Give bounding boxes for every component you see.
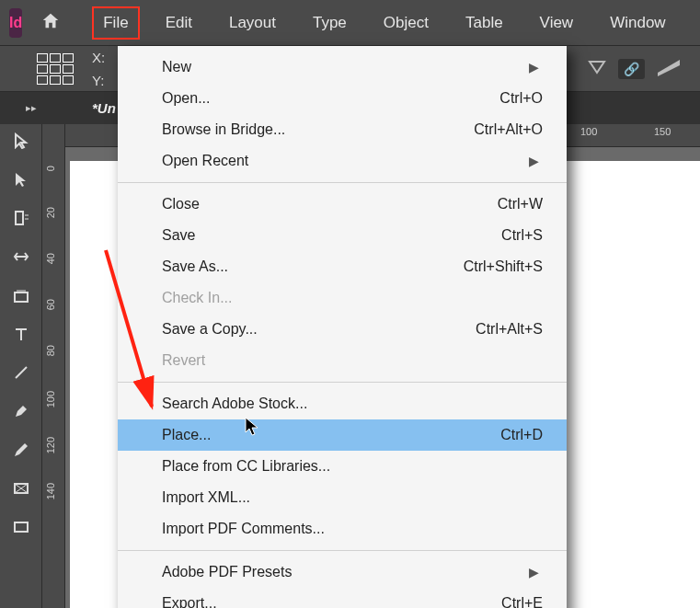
ruler-origin-icon[interactable]: [42, 124, 65, 147]
tick-label: 0: [45, 166, 56, 171]
menu-item-label: Close: [162, 196, 498, 212]
menu-item-label: Export...: [162, 595, 501, 608]
file-menu-dropdown: New▶Open...Ctrl+OBrowse in Bridge...Ctrl…: [118, 46, 567, 608]
menu-item-label: New: [162, 59, 529, 75]
tick-label: 60: [45, 299, 56, 310]
y-label: Y:: [92, 73, 105, 88]
menu-item-close[interactable]: CloseCtrl+W: [118, 189, 567, 220]
menu-item-place[interactable]: Place...Ctrl+D: [118, 419, 567, 451]
menu-item-open[interactable]: Open...Ctrl+O: [118, 83, 567, 114]
menu-shortcut: Ctrl+Alt+O: [474, 121, 543, 138]
selection-tool-icon[interactable]: [10, 130, 32, 152]
menu-item-revert: Revert: [118, 345, 567, 376]
home-icon[interactable]: [40, 11, 61, 34]
menu-shortcut: Ctrl+Shift+S: [464, 258, 543, 275]
menu-shortcut: Ctrl+E: [501, 595, 543, 608]
control-right-group: 🔗: [556, 58, 700, 79]
menu-window[interactable]: Window: [604, 10, 671, 36]
vertical-ruler: 0 20 40 60 80 100 120 140: [42, 147, 65, 608]
menu-edit[interactable]: Edit: [160, 10, 198, 36]
menu-item-placecc[interactable]: Place from CC Libraries...: [118, 451, 567, 482]
menu-item-label: Save a Copy...: [162, 321, 476, 338]
menu-separator: [118, 182, 567, 183]
menu-shortcut: Ctrl+S: [501, 227, 543, 244]
document-tab[interactable]: *Un: [92, 100, 116, 116]
tools-panel: [0, 124, 42, 608]
x-label: X:: [92, 50, 105, 65]
menu-item-label: Search Adobe Stock...: [162, 396, 543, 412]
tick-label: 140: [45, 483, 56, 499]
menu-item-label: Browse in Bridge...: [162, 121, 474, 138]
menu-item-new[interactable]: New▶: [118, 52, 567, 83]
submenu-arrow-icon: ▶: [529, 154, 543, 168]
menu-bar: Id File Edit Layout Type Object Table Vi…: [0, 0, 700, 46]
tick-label: 80: [45, 345, 56, 356]
menu-file[interactable]: File: [98, 10, 133, 36]
menu-item-label: Check In...: [162, 290, 543, 306]
svg-rect-0: [16, 212, 23, 224]
tick-label: 100: [580, 126, 597, 137]
menu-table[interactable]: Table: [460, 10, 509, 36]
gap-tool-icon[interactable]: [10, 246, 32, 268]
menu-item-label: Revert: [162, 352, 543, 369]
app-logo: Id: [9, 8, 22, 38]
svg-rect-3: [15, 522, 28, 532]
reference-point-grid[interactable]: [37, 53, 74, 85]
tick-label: 150: [654, 126, 671, 137]
menu-item-export[interactable]: Export...Ctrl+E: [118, 588, 567, 608]
menu-item-label: Import XML...: [162, 489, 543, 506]
menu-help[interactable]: Help: [697, 10, 700, 36]
menu-item-label: Save As...: [162, 258, 464, 275]
menu-item-importxml[interactable]: Import XML...: [118, 482, 567, 513]
menu-layout[interactable]: Layout: [224, 10, 281, 36]
menu-item-label: Open Recent: [162, 153, 529, 169]
menu-item-browse[interactable]: Browse in Bridge...Ctrl+Alt+O: [118, 114, 567, 145]
menu-shortcut: Ctrl+D: [500, 427, 543, 443]
menu-view[interactable]: View: [534, 10, 580, 36]
tick-label: 20: [45, 207, 56, 218]
menu-object[interactable]: Object: [378, 10, 434, 36]
type-tool-icon[interactable]: [10, 323, 32, 345]
link-badge-icon[interactable]: 🔗: [618, 59, 645, 79]
menu-item-stock[interactable]: Search Adobe Stock...: [118, 388, 567, 419]
menu-item-importpdfc[interactable]: Import PDF Comments...: [118, 513, 567, 545]
menu-item-checkin: Check In...: [118, 282, 567, 314]
menu-item-label: Adobe PDF Presets: [162, 564, 529, 580]
menu-item-savecopy[interactable]: Save a Copy...Ctrl+Alt+S: [118, 314, 567, 345]
direct-selection-tool-icon[interactable]: [10, 168, 32, 190]
menu-item-label: Place...: [162, 427, 500, 443]
menu-container: File Edit Layout Type Object Table View …: [98, 10, 700, 36]
menu-separator: [118, 550, 567, 551]
svg-rect-1: [15, 293, 28, 302]
stroke-swatch-icon[interactable]: [656, 58, 682, 79]
menu-shortcut: Ctrl+W: [498, 196, 543, 212]
menu-item-recent[interactable]: Open Recent▶: [118, 145, 567, 177]
menu-item-label: Import PDF Comments...: [162, 521, 543, 537]
menu-item-pdfpresets[interactable]: Adobe PDF Presets▶: [118, 556, 567, 588]
submenu-arrow-icon: ▶: [529, 565, 543, 579]
rectangle-tool-icon[interactable]: [10, 516, 32, 538]
submenu-arrow-icon: ▶: [529, 60, 543, 75]
page-tool-icon[interactable]: [10, 207, 32, 229]
menu-type[interactable]: Type: [307, 10, 352, 36]
menu-item-save[interactable]: SaveCtrl+S: [118, 220, 567, 251]
tick-label: 120: [45, 437, 56, 453]
line-tool-icon[interactable]: [10, 361, 32, 384]
menu-item-saveas[interactable]: Save As...Ctrl+Shift+S: [118, 251, 567, 282]
panel-expand-icon[interactable]: ▸▸: [26, 102, 37, 114]
menu-shortcut: Ctrl+Alt+S: [476, 321, 543, 338]
pencil-tool-icon[interactable]: [10, 439, 32, 461]
pen-tool-icon[interactable]: [10, 400, 32, 422]
menu-item-label: Save: [162, 227, 501, 244]
rectangle-frame-tool-icon[interactable]: [10, 477, 32, 499]
menu-shortcut: Ctrl+O: [499, 90, 543, 107]
menu-item-label: Place from CC Libraries...: [162, 458, 543, 475]
menu-separator: [118, 382, 567, 383]
tick-label: 100: [45, 391, 56, 407]
flip-v-icon[interactable]: [587, 59, 607, 78]
xy-readout: X: Y:: [92, 50, 105, 88]
menu-item-label: Open...: [162, 90, 499, 107]
content-collector-tool-icon[interactable]: [10, 284, 32, 306]
tick-label: 40: [45, 253, 56, 264]
